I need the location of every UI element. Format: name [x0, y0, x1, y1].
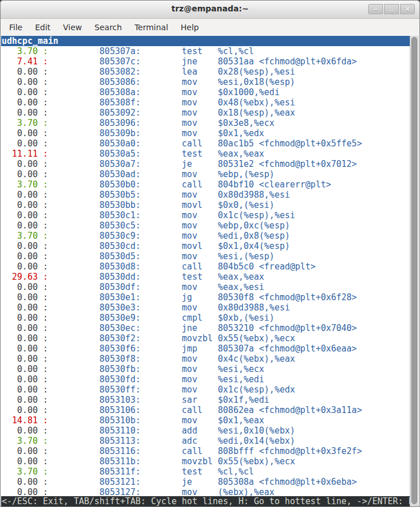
percent: 0.00 : [2, 333, 53, 344]
instruction: 80530d8: call 804b5c0 <fread@plt> [53, 261, 316, 272]
instruction: 805311b: movzbl 0x55(%ebx),%ecx [53, 456, 295, 467]
disasm-row[interactable]: 3.70 : 8053113: adc %edi,0x14(%ebx) [2, 436, 410, 446]
disasm-row[interactable]: 0.00 : 80530df: mov %eax,%esi [2, 282, 410, 292]
terminal-screen[interactable]: udhcpc_main 3.70 : 805307a: test %cl,%cl… [1, 36, 419, 506]
percent: 0.00 : [2, 354, 53, 364]
disasm-row[interactable]: 0.00 : 805308a: mov $0x1000,%edi [2, 87, 410, 97]
percent: 3.70 : [2, 436, 53, 446]
percent: 0.00 : [2, 426, 53, 436]
instruction: 80530dd: test %eax,%eax [53, 272, 264, 282]
disasm-row[interactable]: 0.00 : 80530ad: mov %ebp,(%esp) [2, 169, 410, 179]
percent: 7.41 : [2, 56, 53, 67]
disasm-row[interactable]: 0.00 : 80530f2: movzbl 0x55(%ebx),%ecx [2, 333, 410, 344]
disasm-row[interactable]: 0.00 : 8053116: call 808bfff <fchmod@plt… [2, 446, 410, 456]
disasm-row[interactable]: 0.00 : 80530c5: mov %ebp,0xc(%esp) [2, 220, 410, 231]
instruction: 8053121: je 805308a <fchmod@plt+0x6eba> [53, 477, 357, 487]
instruction: 80530c1: mov 0x1c(%esp),%esi [53, 210, 295, 220]
percent: 3.70 : [2, 46, 53, 56]
disasm-row[interactable]: 0.00 : 80530bb: movl $0x0,(%esi) [2, 200, 410, 210]
disasm-row[interactable]: 3.70 : 805311f: test %cl,%cl [2, 467, 410, 477]
disasm-row[interactable]: 29.63 : 80530dd: test %eax,%eax [2, 272, 410, 282]
disasm-row[interactable]: 0.00 : 8053127: mov (%ebx),%eax [2, 487, 410, 496]
percent: 0.00 : [2, 190, 53, 200]
percent: 0.00 : [2, 200, 53, 210]
disasm-row[interactable]: 0.00 : 80530b5: mov 0x80d3988,%esi [2, 190, 410, 200]
scrollbar-thumb[interactable] [411, 37, 417, 504]
percent: 0.00 : [2, 67, 53, 77]
percent: 0.00 : [2, 374, 53, 385]
disasm-row[interactable]: 0.00 : 8053082: lea 0x28(%esp),%esi [2, 67, 410, 77]
disasm-row[interactable]: 7.41 : 805307c: jne 80531aa <fchmod@plt+… [2, 56, 410, 67]
instruction: 80530a7: je 80531e2 <fchmod@plt+0x7012> [53, 159, 357, 169]
percent: 0.00 : [2, 446, 53, 456]
disasm-row[interactable]: 0.00 : 80530d8: call 804b5c0 <fread@plt> [2, 261, 410, 272]
disasm-row[interactable]: 0.00 : 80530ec: jne 8053210 <fchmod@plt+… [2, 323, 410, 333]
menu-help[interactable]: Help [174, 21, 205, 34]
instruction: 8053113: adc %edi,0x14(%ebx) [53, 436, 295, 446]
menu-edit[interactable]: Edit [28, 21, 56, 34]
percent: 0.00 : [2, 77, 53, 87]
percent: 0.00 : [2, 220, 53, 231]
close-button[interactable]: ✕ [400, 4, 415, 14]
percent: 3.70 : [2, 467, 53, 477]
disasm-row[interactable]: 0.00 : 80530d5: mov %esi,(%esp) [2, 251, 410, 261]
menu-view[interactable]: View [57, 21, 88, 34]
titlebar[interactable]: trz@empanada:~ ‒ ▫ ✕ [1, 1, 419, 19]
instruction: 8053110: add %esi,0x10(%ebx) [53, 426, 295, 436]
disasm-row[interactable]: 0.00 : 8053086: mov %esi,0x18(%esp) [2, 77, 410, 87]
menu-search[interactable]: Search [88, 21, 128, 34]
percent: 0.00 : [2, 108, 53, 118]
percent: 0.00 : [2, 138, 53, 149]
disasm-row[interactable]: 14.81 : 805310b: mov $0x1,%eax [2, 415, 410, 426]
scrollbar[interactable] [410, 36, 419, 506]
disasm-row[interactable]: 3.70 : 80530b0: call 804bf10 <clearerr@p… [2, 179, 410, 190]
disasm-row[interactable]: 0.00 : 805311b: movzbl 0x55(%ebx),%ecx [2, 456, 410, 467]
disasm-row[interactable]: 0.00 : 80530fd: mov %esi,%edi [2, 374, 410, 385]
disasm-row[interactable]: 3.70 : 805307a: test %cl,%cl [2, 46, 410, 56]
instruction: 8053127: mov (%ebx),%eax [53, 487, 274, 496]
disasm-row[interactable]: 0.00 : 8053106: call 80862ea <fchmod@plt… [2, 405, 410, 415]
disasm-row[interactable]: 0.00 : 80530a7: je 80531e2 <fchmod@plt+0… [2, 159, 410, 169]
disasm-row[interactable]: 0.00 : 80530f8: mov 0x4c(%ebx),%eax [2, 354, 410, 364]
instruction: 80530df: mov %eax,%esi [53, 282, 264, 292]
percent: 0.00 : [2, 344, 53, 354]
disasm-row[interactable]: 0.00 : 80530f6: jmp 805307a <fchmod@plt+… [2, 344, 410, 354]
disasm-row[interactable]: 0.00 : 80530e9: cmpl $0xb,(%esi) [2, 313, 410, 323]
disasm-row[interactable]: 0.00 : 80530c1: mov 0x1c(%esp),%esi [2, 210, 410, 220]
percent: 0.00 : [2, 97, 53, 108]
disasm-row[interactable]: 0.00 : 80530fb: mov %esi,%ecx [2, 364, 410, 374]
instruction: 80530cd: movl $0x1,0x4(%esp) [53, 241, 289, 251]
percent: 3.70 : [2, 231, 53, 241]
disasm-row[interactable]: 0.00 : 80530a0: call 80ac1b5 <fchmod@plt… [2, 138, 410, 149]
disasm-row[interactable]: 0.00 : 80530cd: movl $0x1,0x4(%esp) [2, 241, 410, 251]
menu-file[interactable]: File [3, 21, 28, 34]
function-header[interactable]: udhcpc_main [1, 36, 410, 46]
instruction: 8053082: lea 0x28(%esp),%esi [53, 67, 295, 77]
disasm-row[interactable]: 0.00 : 805308f: mov 0x48(%ebx),%esi [2, 97, 410, 108]
disasm-row[interactable]: 0.00 : 80530ff: mov 0x1c(%esp),%edx [2, 385, 410, 395]
disasm-row[interactable]: 0.00 : 805309b: mov $0x1,%edx [2, 128, 410, 138]
percent: 0.00 : [2, 477, 53, 487]
percent: 0.00 : [2, 395, 53, 405]
instruction: 80530f8: mov 0x4c(%ebx),%eax [53, 354, 295, 364]
percent: 0.00 : [2, 292, 53, 302]
percent: 0.00 : [2, 241, 53, 251]
menu-terminal[interactable]: Terminal [128, 21, 174, 34]
disasm-row[interactable]: 0.00 : 80530e3: mov 0x80d3988,%esi [2, 302, 410, 313]
disasm-row[interactable]: 11.11 : 80530a5: test %eax,%eax [2, 149, 410, 159]
disasm-row[interactable]: 0.00 : 8053121: je 805308a <fchmod@plt+0… [2, 477, 410, 487]
disasm-row[interactable]: 3.70 : 8053096: mov $0x3e8,%ecx [2, 118, 410, 128]
instruction: 8053092: mov 0x18(%esp),%eax [53, 108, 295, 118]
minimize-button[interactable]: ‒ [368, 4, 383, 14]
percent: 0.00 : [2, 87, 53, 97]
maximize-button[interactable]: ▫ [384, 4, 399, 14]
percent: 0.00 : [2, 159, 53, 169]
disasm-row[interactable]: 3.70 : 80530c9: mov %edi,0x8(%esp) [2, 231, 410, 241]
instruction: 8053086: mov %esi,0x18(%esp) [53, 77, 295, 87]
instruction: 80530e3: mov 0x80d3988,%esi [53, 302, 289, 313]
disasm-row[interactable]: 0.00 : 8053110: add %esi,0x10(%ebx) [2, 426, 410, 436]
disasm-row[interactable]: 0.00 : 8053092: mov 0x18(%esp),%eax [2, 108, 410, 118]
instruction: 80530bb: movl $0x0,(%esi) [53, 200, 274, 210]
disasm-row[interactable]: 0.00 : 80530e1: jg 80530f8 <fchmod@plt+0… [2, 292, 410, 302]
disasm-row[interactable]: 0.00 : 8053103: sar $0x1f,%edi [2, 395, 410, 405]
